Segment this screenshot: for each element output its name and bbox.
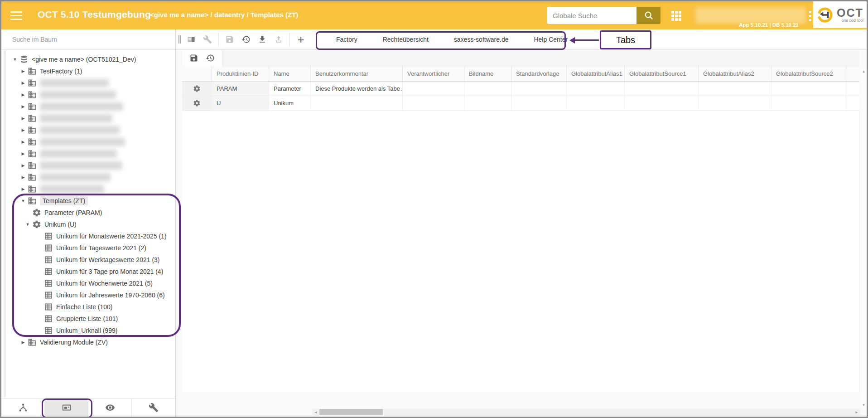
column-header[interactable]: Name bbox=[269, 66, 311, 81]
scroll-down-icon[interactable]: ▼ bbox=[862, 402, 866, 408]
tree-item-template[interactable]: Unikum für Tageswerte 2021 (2) bbox=[1, 242, 175, 254]
tree-item-redacted[interactable]: ▶ bbox=[1, 171, 175, 183]
cell-verantwortlicher[interactable] bbox=[403, 96, 464, 110]
cell-produktlinien-id[interactable]: U bbox=[212, 96, 269, 110]
expander-collapsed-icon[interactable]: ▶ bbox=[19, 187, 27, 191]
tools-button[interactable] bbox=[199, 31, 216, 48]
tree-item-template[interactable]: Unikum für Wochenwerte 2021 (5) bbox=[1, 277, 175, 289]
tree-view-preview-button[interactable] bbox=[88, 399, 132, 417]
tree-item-template[interactable]: Unikum für Monatswerte 2021-2025 (1) bbox=[1, 230, 175, 242]
cell-verantwortlicher[interactable] bbox=[403, 82, 464, 96]
expander-expanded-icon[interactable]: ▼ bbox=[19, 199, 27, 203]
cell-name[interactable]: Unikum bbox=[269, 96, 311, 110]
vertical-scrollbar[interactable]: ▲ ▼ bbox=[861, 68, 867, 408]
tree-view-hierarchy-button[interactable] bbox=[1, 399, 45, 417]
save-button[interactable] bbox=[222, 31, 238, 48]
column-header[interactable]: GlobalattributSource2 bbox=[772, 66, 846, 81]
expander-collapsed-icon[interactable]: ▶ bbox=[19, 163, 27, 168]
tree-search-input[interactable] bbox=[12, 36, 148, 43]
column-header[interactable]: Standardvorlage bbox=[511, 66, 567, 81]
cell-produktlinien-id[interactable]: PARAM bbox=[212, 82, 269, 96]
cell-benutzerkommentar[interactable] bbox=[311, 96, 403, 110]
import-button[interactable] bbox=[254, 31, 270, 48]
tree-item-testfactory[interactable]: ▶ TestFactory (1) bbox=[1, 65, 175, 77]
column-header[interactable]: Produktlinien-ID bbox=[212, 66, 269, 81]
row-settings-cell[interactable] bbox=[182, 96, 212, 110]
tree-item-template[interactable]: Unikum für Werktageswerte 2021 (3) bbox=[1, 254, 175, 266]
tree-item-redacted[interactable]: ▶ bbox=[1, 112, 175, 124]
expander-collapsed-icon[interactable]: ▶ bbox=[19, 81, 27, 85]
tree-item-redacted[interactable]: ▶ bbox=[1, 101, 175, 112]
cell-standardvorlage[interactable] bbox=[511, 82, 567, 96]
apps-grid-icon[interactable] bbox=[671, 11, 681, 21]
column-header[interactable]: Verantwortlicher bbox=[403, 66, 464, 81]
cell-globalattributsource2[interactable] bbox=[772, 82, 846, 96]
expander-collapsed-icon[interactable]: ▶ bbox=[19, 92, 27, 97]
tree-item-template[interactable]: Einfache Liste (100) bbox=[1, 301, 175, 313]
tree-item-root[interactable]: ▼ <give me a name> (OCT51021_Dev) bbox=[1, 53, 175, 65]
column-header-actions[interactable] bbox=[182, 66, 212, 81]
cell-globalattributsource1[interactable] bbox=[625, 96, 699, 110]
tree-item-redacted[interactable]: ▶ bbox=[1, 160, 175, 171]
tab-help-center[interactable]: Help Center bbox=[521, 29, 580, 50]
grid-restore-button[interactable] bbox=[202, 50, 218, 66]
expander-collapsed-icon[interactable]: ▶ bbox=[19, 340, 27, 345]
column-header[interactable]: GlobalattributSource1 bbox=[625, 66, 699, 81]
table-row[interactable]: U Unikum bbox=[182, 96, 859, 111]
expander-collapsed-icon[interactable]: ▶ bbox=[19, 140, 27, 144]
table-row[interactable]: PARAM Parameter Diese Produkte werden al… bbox=[182, 82, 859, 96]
add-tab-button[interactable]: + bbox=[293, 31, 309, 48]
tree-item-redacted[interactable]: ▶ bbox=[1, 89, 175, 101]
tree-item-template[interactable]: Unikum für 3 Tage pro Monat 2021 (4) bbox=[1, 266, 175, 277]
cell-globalattributalias2[interactable] bbox=[699, 96, 772, 110]
cell-bildname[interactable] bbox=[464, 96, 511, 110]
scrollbar-thumb[interactable] bbox=[319, 409, 383, 415]
cell-globalattributalias2[interactable] bbox=[699, 82, 772, 96]
toggle-panel-button[interactable] bbox=[183, 31, 199, 48]
cell-globalattributalias1[interactable] bbox=[567, 96, 625, 110]
scroll-right-icon[interactable]: ► bbox=[853, 410, 860, 414]
cell-globalattributsource1[interactable] bbox=[625, 82, 699, 96]
expander-collapsed-icon[interactable]: ▶ bbox=[19, 175, 27, 180]
tree-item-redacted[interactable]: ▶ bbox=[1, 148, 175, 160]
tree-item-redacted[interactable]: ▶ bbox=[1, 183, 175, 195]
expander-collapsed-icon[interactable]: ▶ bbox=[19, 104, 27, 109]
global-search-button[interactable] bbox=[637, 7, 661, 24]
cell-standardvorlage[interactable] bbox=[511, 96, 567, 110]
cell-name[interactable]: Parameter bbox=[269, 82, 311, 96]
expander-collapsed-icon[interactable]: ▶ bbox=[19, 116, 27, 121]
scroll-up-icon[interactable]: ▲ bbox=[862, 68, 866, 75]
column-header[interactable]: Benutzerkommentar bbox=[311, 66, 403, 81]
splitter-handle[interactable] bbox=[177, 35, 183, 44]
tree-item-unikum[interactable]: ▼ Unikum (U) bbox=[1, 219, 175, 230]
cell-globalattributalias1[interactable] bbox=[567, 82, 625, 96]
expander-collapsed-icon[interactable]: ▶ bbox=[19, 128, 27, 132]
tree-item-templates[interactable]: ▼ Templates (ZT) bbox=[1, 195, 175, 207]
tree-item-validierung[interactable]: ▶ Validierung Module (ZV) bbox=[1, 336, 175, 348]
grid-save-button[interactable] bbox=[186, 50, 202, 66]
column-header[interactable]: GlobalattributAlias1 bbox=[567, 66, 625, 81]
row-settings-cell[interactable] bbox=[182, 82, 212, 96]
cell-globalattributsource2[interactable] bbox=[772, 96, 846, 110]
column-header[interactable]: Bildname bbox=[464, 66, 511, 81]
tab-rechteuebersicht[interactable]: Rechteübersicht bbox=[370, 29, 441, 50]
scroll-left-icon[interactable]: ◄ bbox=[312, 410, 319, 414]
tree-item-parameter[interactable]: Parameter (PARAM) bbox=[1, 207, 175, 219]
tree-view-panel-button[interactable] bbox=[45, 399, 88, 417]
tree-item-template[interactable]: Unikum für Jahreswerte 1970-2060 (6) bbox=[1, 289, 175, 301]
tree-view-tools-button[interactable] bbox=[132, 399, 175, 417]
tree-item-template[interactable]: Gruppierte Liste (101) bbox=[1, 313, 175, 325]
kebab-menu-icon[interactable]: ••• bbox=[809, 10, 812, 22]
hamburger-menu-icon[interactable] bbox=[10, 11, 22, 20]
export-button[interactable] bbox=[270, 31, 287, 48]
expander-expanded-icon[interactable]: ▼ bbox=[24, 222, 31, 227]
expander-collapsed-icon[interactable]: ▶ bbox=[19, 151, 27, 156]
tree-item-redacted[interactable]: ▶ bbox=[1, 136, 175, 148]
tab-saxess-software[interactable]: saxess-software.de bbox=[441, 29, 521, 50]
column-header[interactable]: GlobalattributAlias2 bbox=[699, 66, 772, 81]
cell-bildname[interactable] bbox=[464, 82, 511, 96]
cell-benutzerkommentar[interactable]: Diese Produkte werden als Tabe… bbox=[311, 82, 403, 96]
global-search-input[interactable] bbox=[547, 7, 637, 24]
tree-item-redacted[interactable]: ▶ bbox=[1, 77, 175, 89]
tree-item-redacted[interactable]: ▶ bbox=[1, 124, 175, 136]
